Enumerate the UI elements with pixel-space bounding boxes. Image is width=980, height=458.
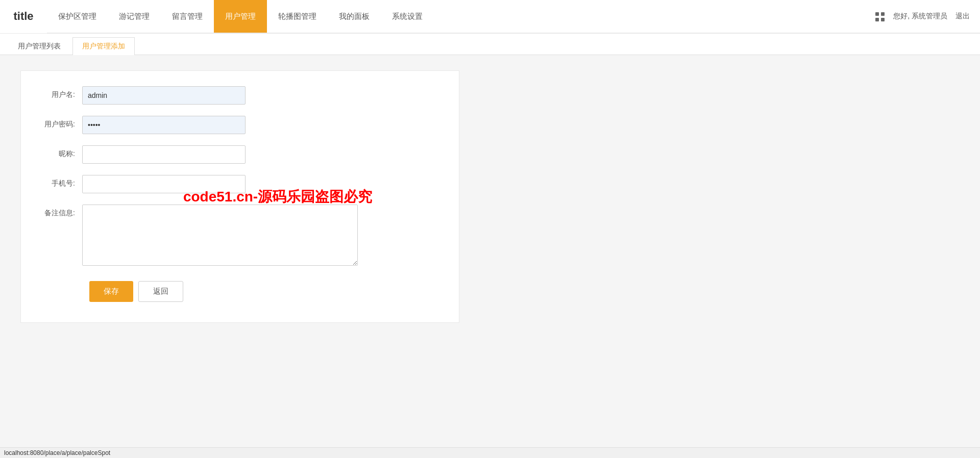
save-button[interactable]: 保存 — [89, 281, 133, 302]
svg-rect-3 — [881, 18, 885, 21]
main-navigation: 保护区管理 游记管理 留言管理 用户管理 轮播图管理 我的面板 系统设置 — [47, 0, 875, 33]
password-label: 用户密码: — [41, 116, 82, 129]
app-brand[interactable]: title — [0, 0, 47, 33]
logout-button[interactable]: 退出 — [955, 12, 970, 21]
navbar-right: 您好, 系统管理员 退出 — [875, 11, 980, 21]
add-user-form: code51.cn-源码乐园盗图必究 用户名: 用户密码: 昵称: 手机号: 备… — [20, 70, 459, 323]
phone-input[interactable] — [82, 175, 246, 193]
username-input[interactable] — [82, 86, 246, 105]
username-label: 用户名: — [41, 86, 82, 99]
nickname-label: 昵称: — [41, 145, 82, 159]
nav-item-travel-notes[interactable]: 游记管理 — [108, 0, 161, 33]
svg-rect-1 — [881, 12, 885, 16]
nickname-input[interactable] — [82, 145, 246, 164]
nickname-row: 昵称: — [41, 145, 438, 164]
phone-row: 手机号: — [41, 175, 438, 193]
notes-textarea[interactable] — [82, 205, 358, 266]
back-button[interactable]: 返回 — [138, 281, 183, 302]
status-bar: localhost:8080/place/a/place/palceSpot — [0, 447, 980, 458]
password-input[interactable] — [82, 116, 246, 134]
password-row: 用户密码: — [41, 116, 438, 134]
form-actions: 保存 返回 — [41, 281, 438, 302]
main-content: code51.cn-源码乐园盗图必究 用户名: 用户密码: 昵称: 手机号: 备… — [0, 55, 980, 458]
phone-label: 手机号: — [41, 175, 82, 188]
tab-user-list[interactable]: 用户管理列表 — [8, 37, 70, 55]
tab-user-add[interactable]: 用户管理添加 — [72, 37, 135, 55]
grid-icon[interactable] — [875, 11, 885, 21]
user-greeting: 您好, 系统管理员 — [893, 12, 947, 21]
nav-item-messages[interactable]: 留言管理 — [161, 0, 214, 33]
username-row: 用户名: — [41, 86, 438, 105]
svg-rect-0 — [875, 12, 879, 16]
navbar: title 保护区管理 游记管理 留言管理 用户管理 轮播图管理 我的面板 系统… — [0, 0, 980, 34]
status-url: localhost:8080/place/a/place/palceSpot — [4, 449, 110, 456]
sub-tabs: 用户管理列表 用户管理添加 — [0, 34, 980, 55]
nav-item-protected-area[interactable]: 保护区管理 — [47, 0, 108, 33]
nav-item-users[interactable]: 用户管理 — [214, 0, 267, 33]
nav-item-carousel[interactable]: 轮播图管理 — [267, 0, 328, 33]
nav-item-my-panel[interactable]: 我的面板 — [328, 0, 381, 33]
notes-row: 备注信息: — [41, 205, 438, 266]
nav-item-system-settings[interactable]: 系统设置 — [381, 0, 434, 33]
notes-label: 备注信息: — [41, 205, 82, 218]
svg-rect-2 — [875, 18, 879, 21]
